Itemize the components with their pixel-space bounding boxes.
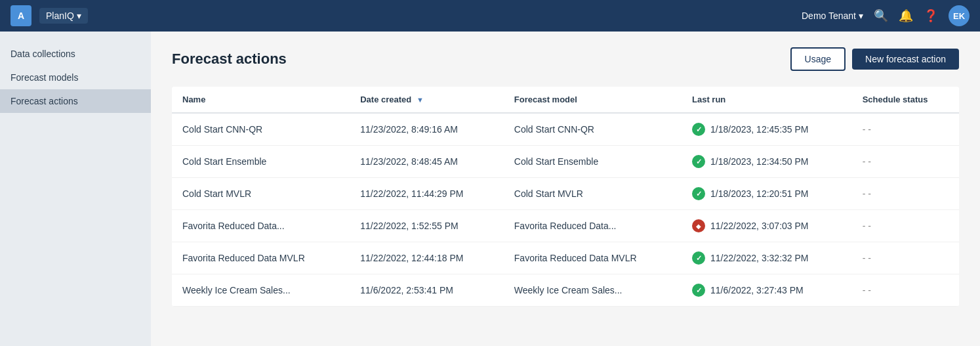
demo-tenant-label: Demo Tenant xyxy=(802,11,856,21)
status-success-icon xyxy=(692,251,705,265)
col-name: Name xyxy=(172,87,350,113)
cell-last-run: 1/18/2023, 12:45:35 PM xyxy=(682,113,852,146)
last-run-value: 1/18/2023, 12:20:51 PM xyxy=(710,188,808,199)
app-logo: A xyxy=(10,5,31,26)
schedule-status-value: - - xyxy=(863,285,871,295)
last-run-value: 1/18/2023, 12:34:50 PM xyxy=(710,156,808,167)
cell-forecast-model: Cold Start CNN-QR xyxy=(504,113,682,146)
col-last-run: Last run xyxy=(682,87,852,113)
top-nav: A PlanIQ ▾ Demo Tenant ▾ 🔍 🔔 ❓ EK xyxy=(0,0,980,32)
last-run-value: 11/22/2022, 3:07:03 PM xyxy=(710,221,808,231)
cell-forecast-model: Favorita Reduced Data MVLR xyxy=(504,242,682,274)
sidebar-item-data-collections[interactable]: Data collections xyxy=(0,42,151,66)
status-success-icon xyxy=(692,155,705,168)
cell-last-run: 11/6/2022, 3:27:43 PM xyxy=(682,274,852,307)
table-row[interactable]: Favorita Reduced Data... 11/22/2022, 1:5… xyxy=(172,210,959,242)
help-icon[interactable]: ❓ xyxy=(924,9,938,23)
cell-date-created: 11/22/2022, 11:44:29 PM xyxy=(350,178,504,210)
cell-last-run: 11/22/2022, 3:07:03 PM xyxy=(682,210,852,242)
sidebar-item-forecast-models[interactable]: Forecast models xyxy=(0,66,151,89)
col-date-created[interactable]: Date created ▼ xyxy=(350,87,504,113)
new-forecast-action-button[interactable]: New forecast action xyxy=(852,49,959,70)
cell-last-run: 1/18/2023, 12:20:51 PM xyxy=(682,178,852,210)
cell-last-run: 11/22/2022, 3:32:32 PM xyxy=(682,242,852,274)
forecast-actions-table: Name Date created ▼ Forecast model Last … xyxy=(172,87,959,307)
cell-name: Favorita Reduced Data MVLR xyxy=(172,242,350,274)
demo-tenant-selector[interactable]: Demo Tenant ▾ xyxy=(802,11,863,21)
table-row[interactable]: Favorita Reduced Data MVLR 11/22/2022, 1… xyxy=(172,242,959,274)
search-icon[interactable]: 🔍 xyxy=(874,9,888,23)
status-success-icon xyxy=(692,187,705,200)
schedule-status-value: - - xyxy=(863,156,871,167)
page-header: Forecast actions Usage New forecast acti… xyxy=(172,47,959,71)
status-success-icon xyxy=(692,123,705,136)
cell-date-created: 11/22/2022, 12:44:18 PM xyxy=(350,242,504,274)
cell-schedule-status: - - xyxy=(852,210,959,242)
cell-schedule-status: - - xyxy=(852,274,959,307)
status-error-icon xyxy=(692,219,705,232)
schedule-status-value: - - xyxy=(863,188,871,199)
table-row[interactable]: Weekly Ice Cream Sales... 11/6/2022, 2:5… xyxy=(172,274,959,307)
last-run-value: 11/22/2022, 3:32:32 PM xyxy=(710,253,808,263)
forecast-actions-table-container: Name Date created ▼ Forecast model Last … xyxy=(172,87,959,307)
nav-right: Demo Tenant ▾ 🔍 🔔 ❓ EK xyxy=(802,5,970,26)
cell-name: Cold Start MVLR xyxy=(172,178,350,210)
table-row[interactable]: Cold Start MVLR 11/22/2022, 11:44:29 PM … xyxy=(172,178,959,210)
col-forecast-model: Forecast model xyxy=(504,87,682,113)
cell-date-created: 11/22/2022, 1:52:55 PM xyxy=(350,210,504,242)
schedule-status-value: - - xyxy=(863,124,871,135)
last-run-value: 1/18/2023, 12:45:35 PM xyxy=(710,124,808,135)
schedule-status-value: - - xyxy=(863,253,871,263)
col-schedule-status: Schedule status xyxy=(852,87,959,113)
page-title: Forecast actions xyxy=(172,51,287,68)
cell-schedule-status: - - xyxy=(852,113,959,146)
avatar[interactable]: EK xyxy=(949,5,970,26)
tenant-selector[interactable]: PlanIQ ▾ xyxy=(39,8,88,24)
cell-last-run: 1/18/2023, 12:34:50 PM xyxy=(682,146,852,178)
cell-schedule-status: - - xyxy=(852,146,959,178)
cell-forecast-model: Weekly Ice Cream Sales... xyxy=(504,274,682,307)
cell-date-created: 11/23/2022, 8:49:16 AM xyxy=(350,113,504,146)
bell-icon[interactable]: 🔔 xyxy=(899,9,913,23)
chevron-down-icon: ▾ xyxy=(859,11,863,21)
cell-name: Weekly Ice Cream Sales... xyxy=(172,274,350,307)
schedule-status-value: - - xyxy=(863,221,871,231)
last-run-value: 11/6/2022, 3:27:43 PM xyxy=(710,285,804,295)
table-row[interactable]: Cold Start Ensemble 11/23/2022, 8:48:45 … xyxy=(172,146,959,178)
cell-name: Cold Start Ensemble xyxy=(172,146,350,178)
cell-schedule-status: - - xyxy=(852,242,959,274)
cell-forecast-model: Cold Start Ensemble xyxy=(504,146,682,178)
cell-schedule-status: - - xyxy=(852,178,959,210)
cell-forecast-model: Favorita Reduced Data... xyxy=(504,210,682,242)
cell-name: Favorita Reduced Data... xyxy=(172,210,350,242)
cell-name: Cold Start CNN-QR xyxy=(172,113,350,146)
header-actions: Usage New forecast action xyxy=(790,47,959,71)
sort-icon: ▼ xyxy=(417,96,424,104)
main-content: Forecast actions Usage New forecast acti… xyxy=(151,32,980,346)
sidebar-item-forecast-actions[interactable]: Forecast actions xyxy=(0,89,151,113)
cell-date-created: 11/23/2022, 8:48:45 AM xyxy=(350,146,504,178)
table-row[interactable]: Cold Start CNN-QR 11/23/2022, 8:49:16 AM… xyxy=(172,113,959,146)
table-header-row: Name Date created ▼ Forecast model Last … xyxy=(172,87,959,113)
table-header: Name Date created ▼ Forecast model Last … xyxy=(172,87,959,113)
sidebar: Data collections Forecast models Forecas… xyxy=(0,32,151,346)
nav-left: A PlanIQ ▾ xyxy=(10,5,88,26)
table-body: Cold Start CNN-QR 11/23/2022, 8:49:16 AM… xyxy=(172,113,959,307)
cell-date-created: 11/6/2022, 2:53:41 PM xyxy=(350,274,504,307)
main-layout: Data collections Forecast models Forecas… xyxy=(0,32,980,346)
usage-button[interactable]: Usage xyxy=(790,47,846,71)
status-success-icon xyxy=(692,284,705,297)
cell-forecast-model: Cold Start MVLR xyxy=(504,178,682,210)
